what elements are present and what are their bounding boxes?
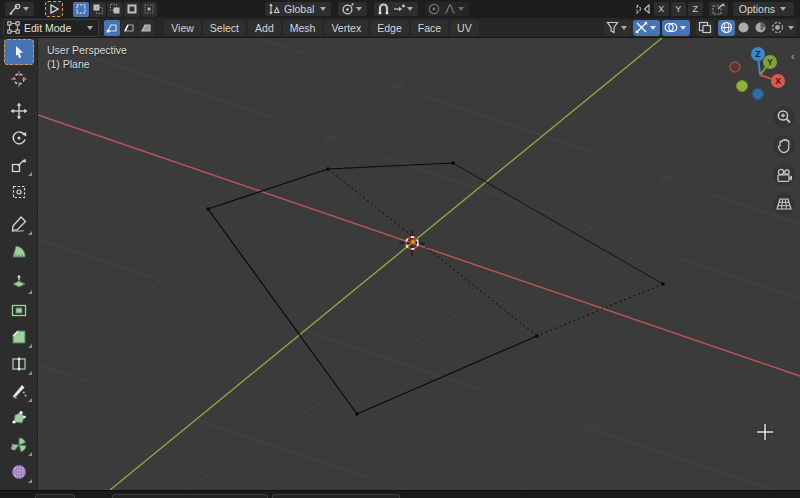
bevel-icon [10, 328, 28, 346]
gizmo-z-label[interactable]: Z [755, 49, 761, 59]
mesh-edge [357, 336, 537, 414]
falloff-curve-icon [444, 4, 456, 14]
gizmo-icon [635, 21, 648, 34]
grid-line [38, 239, 772, 490]
grid-line [257, 38, 800, 224]
menu-vertex[interactable]: Vertex [324, 20, 368, 36]
orientation-label: Global [284, 3, 314, 15]
menu-edge[interactable]: Edge [370, 20, 409, 36]
camera-view-button[interactable] [773, 164, 795, 186]
mesh-vertex[interactable] [662, 283, 665, 286]
rotate-tool-button[interactable] [4, 125, 34, 151]
gizmo-y-label[interactable]: Y [767, 57, 773, 67]
menu-uv[interactable]: UV [450, 20, 479, 36]
menu-view[interactable]: View [164, 20, 201, 36]
shading-mode-group [718, 20, 796, 36]
polybuild-tool-button[interactable] [4, 405, 34, 431]
mesh-vertex[interactable] [327, 168, 330, 171]
zoom-button[interactable] [773, 106, 795, 128]
chevron-down-icon [407, 7, 413, 11]
viewport-3d[interactable]: User Perspective (1) Plane Z Y X ‹ [38, 38, 800, 490]
grid-line [38, 435, 105, 490]
knife-icon [10, 382, 28, 400]
chevron-down-icon [458, 7, 464, 11]
shading-rendered-button[interactable] [769, 20, 786, 36]
select-mode-invert-button[interactable] [124, 2, 140, 17]
mirror-z-button[interactable]: Z [688, 2, 703, 16]
gizmo-x-label[interactable]: X [775, 76, 781, 86]
loopcut-tool-button[interactable] [4, 351, 34, 377]
chevron-down-icon [320, 7, 326, 11]
measure-tool-button[interactable] [4, 238, 34, 264]
menu-face[interactable]: Face [411, 20, 448, 36]
smooth-icon [10, 463, 28, 481]
spin-tool-button[interactable] [4, 432, 34, 458]
transform-snap-base-button[interactable] [709, 2, 728, 16]
shading-solid-button[interactable] [735, 20, 752, 36]
smooth-tool-button[interactable] [4, 459, 34, 485]
scale-tool-button[interactable] [4, 152, 34, 178]
viewport-header: Edit Mode ViewSelectAddMeshVertexEdgeFac… [0, 18, 800, 38]
annotate-tool-button[interactable] [4, 211, 34, 237]
tweak-icon [10, 43, 28, 61]
mirror-x-button[interactable]: X [654, 2, 669, 16]
pan-hand-button[interactable] [773, 135, 795, 157]
extrude-tool-button[interactable] [4, 270, 34, 296]
viewport-nav-controls [773, 106, 795, 222]
shading-material-button[interactable] [752, 20, 769, 36]
viewport-canvas[interactable] [38, 38, 800, 490]
move-tool-button[interactable] [4, 98, 34, 124]
tweak-tool-button[interactable] [4, 39, 34, 65]
options-label: Options [739, 3, 775, 15]
edge-select-button[interactable] [121, 20, 137, 36]
rotate-icon [10, 129, 28, 147]
chevron-down-icon [23, 7, 29, 11]
mesh-vertex[interactable] [452, 162, 455, 165]
perspective-toggle-button[interactable] [773, 193, 795, 215]
tweak-active-tool-button[interactable] [45, 1, 63, 17]
measure-icon [10, 242, 28, 260]
knife-tool-button[interactable] [4, 378, 34, 404]
proportional-editing-icon[interactable] [428, 3, 440, 15]
menu-mesh[interactable]: Mesh [283, 20, 323, 36]
mesh-vertex[interactable] [536, 335, 539, 338]
transform-tool-button[interactable] [4, 179, 34, 205]
active-tool-selector[interactable] [5, 2, 34, 16]
show-gizmo-toggle[interactable] [633, 20, 660, 36]
mesh-edge [453, 163, 663, 284]
cursor-icon [10, 70, 28, 88]
menu-select[interactable]: Select [203, 20, 246, 36]
bevel-tool-button[interactable] [4, 324, 34, 350]
show-overlays-toggle[interactable] [662, 20, 690, 36]
options-dropdown[interactable]: Options [733, 2, 794, 16]
sidebar-toggle-arrow[interactable]: ‹ [791, 50, 795, 62]
face-select-button[interactable] [138, 20, 154, 36]
scale-icon [10, 156, 28, 174]
select-mode-intersect-button[interactable] [141, 2, 157, 17]
menu-add[interactable]: Add [248, 20, 281, 36]
mesh-vertex[interactable] [356, 413, 359, 416]
transform-orientation-dropdown[interactable]: Global [265, 2, 331, 16]
mesh-vertex[interactable] [207, 208, 210, 211]
snap-magnet-icon[interactable] [377, 3, 390, 16]
shading-wireframe-button[interactable] [718, 20, 735, 36]
xray-icon [698, 21, 712, 34]
mode-dropdown[interactable]: Edit Mode [3, 19, 99, 37]
extrude-icon [10, 274, 28, 292]
pivot-point-dropdown[interactable] [338, 2, 367, 16]
select-mode-subtract-button[interactable] [107, 2, 123, 17]
object-visibility-dropdown[interactable] [604, 20, 631, 36]
select-mode-set-button[interactable] [73, 2, 89, 17]
median-point [411, 240, 416, 245]
vertex-select-button[interactable] [104, 20, 120, 36]
toggle-xray-button[interactable] [696, 20, 714, 36]
loopcut-icon [10, 355, 28, 373]
chevron-down-icon [788, 26, 794, 30]
mesh-select-mode-group [104, 20, 155, 36]
select-mode-extend-button[interactable] [90, 2, 106, 17]
spin-icon [10, 436, 28, 454]
cursor-tool-button[interactable] [4, 66, 34, 92]
inset-tool-button[interactable] [4, 297, 34, 323]
grid-line [38, 38, 455, 380]
mirror-y-button[interactable]: Y [671, 2, 686, 16]
